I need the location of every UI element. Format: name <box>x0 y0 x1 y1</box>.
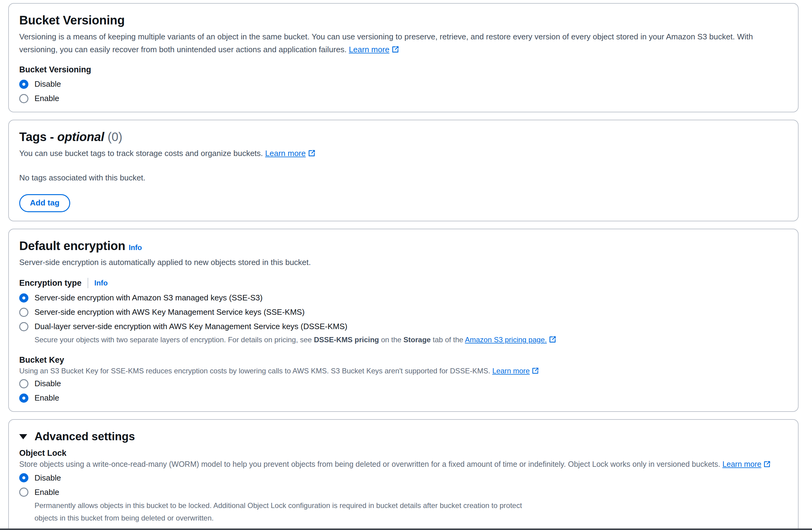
default-encryption-title: Default encryption Info <box>19 239 787 253</box>
bucket-key-enable-option[interactable]: Enable <box>19 393 787 403</box>
radio-unselected-icon[interactable] <box>19 94 28 103</box>
radio-unselected-icon[interactable] <box>19 308 28 317</box>
caret-down-icon <box>19 434 27 439</box>
storage-tab-bold: Storage <box>404 335 431 344</box>
s3-create-bucket-settings-page: Bucket Versioning Versioning is a means … <box>0 0 812 530</box>
advanced-settings-panel: Advanced settings Object Lock Store obje… <box>8 419 799 530</box>
tags-panel: Tags - optional (0) You can use bucket t… <box>8 120 799 221</box>
tags-title-optional: optional <box>57 130 104 143</box>
object-lock-disable-option[interactable]: Disable <box>19 473 787 483</box>
bucket-versioning-title: Bucket Versioning <box>19 13 787 27</box>
default-encryption-info-link[interactable]: Info <box>129 243 142 252</box>
radio-unselected-icon[interactable] <box>19 322 28 331</box>
tags-learn-more-link[interactable]: Learn more <box>265 149 316 158</box>
encryption-dsse-kms-option[interactable]: Dual-layer server-side encryption with A… <box>19 322 787 331</box>
dsse-kms-note: Secure your objects with two separate la… <box>34 334 787 346</box>
default-encryption-description: Server-side encryption is automatically … <box>19 256 776 269</box>
external-link-icon <box>763 460 771 468</box>
bucket-versioning-field-label: Bucket Versioning <box>19 65 787 74</box>
dsse-pricing-bold: DSSE-KMS pricing <box>314 335 379 344</box>
encryption-type-info-link[interactable]: Info <box>94 279 108 287</box>
radio-unselected-icon[interactable] <box>19 379 28 388</box>
external-link-icon <box>308 149 316 157</box>
radio-selected-icon[interactable] <box>19 293 28 303</box>
bucket-versioning-description: Versioning is a means of keeping multipl… <box>19 30 776 56</box>
encryption-sse-kms-option[interactable]: Server-side encryption with AWS Key Mana… <box>19 307 787 317</box>
no-tags-message: No tags associated with this bucket. <box>19 173 787 183</box>
versioning-learn-more-link[interactable]: Learn more <box>349 45 399 54</box>
external-link-icon <box>549 335 556 343</box>
external-link-icon <box>532 367 539 375</box>
object-lock-learn-more-link[interactable]: Learn more <box>722 460 771 468</box>
bucket-key-learn-more-link[interactable]: Learn more <box>492 367 539 375</box>
radio-selected-icon[interactable] <box>19 80 28 89</box>
vertical-divider <box>88 278 88 288</box>
radio-selected-icon[interactable] <box>19 393 28 403</box>
add-tag-button[interactable]: Add tag <box>19 194 70 212</box>
encryption-sse-s3-option[interactable]: Server-side encryption with Amazon S3 ma… <box>19 293 787 303</box>
bucket-versioning-panel: Bucket Versioning Versioning is a means … <box>8 3 799 112</box>
tags-title: Tags - optional (0) <box>19 130 787 144</box>
bucket-key-disable-option[interactable]: Disable <box>19 379 787 388</box>
object-lock-enable-description: Permanently allows objects in this bucke… <box>34 500 541 525</box>
object-lock-enable-option[interactable]: Enable <box>19 488 787 497</box>
tags-count: (0) <box>107 130 122 143</box>
versioning-enable-option[interactable]: Enable <box>19 94 787 103</box>
advanced-settings-header[interactable]: Advanced settings <box>19 430 787 443</box>
default-encryption-panel: Default encryption Info Server-side encr… <box>8 229 799 412</box>
radio-unselected-icon[interactable] <box>19 488 28 497</box>
s3-pricing-page-link[interactable]: Amazon S3 pricing page. <box>465 335 556 344</box>
object-lock-label: Object Lock <box>19 448 787 458</box>
bucket-key-description: Using an S3 Bucket Key for SSE-KMS reduc… <box>19 366 787 376</box>
radio-selected-icon[interactable] <box>19 473 28 482</box>
versioning-disable-option[interactable]: Disable <box>19 80 787 89</box>
tags-description: You can use bucket tags to track storage… <box>19 147 776 160</box>
object-lock-description: Store objects using a write-once-read-ma… <box>19 459 787 470</box>
bucket-key-label: Bucket Key <box>19 355 787 365</box>
bottom-divider <box>0 529 812 530</box>
external-link-icon <box>391 45 399 54</box>
encryption-type-label: Encryption type Info <box>19 278 787 288</box>
